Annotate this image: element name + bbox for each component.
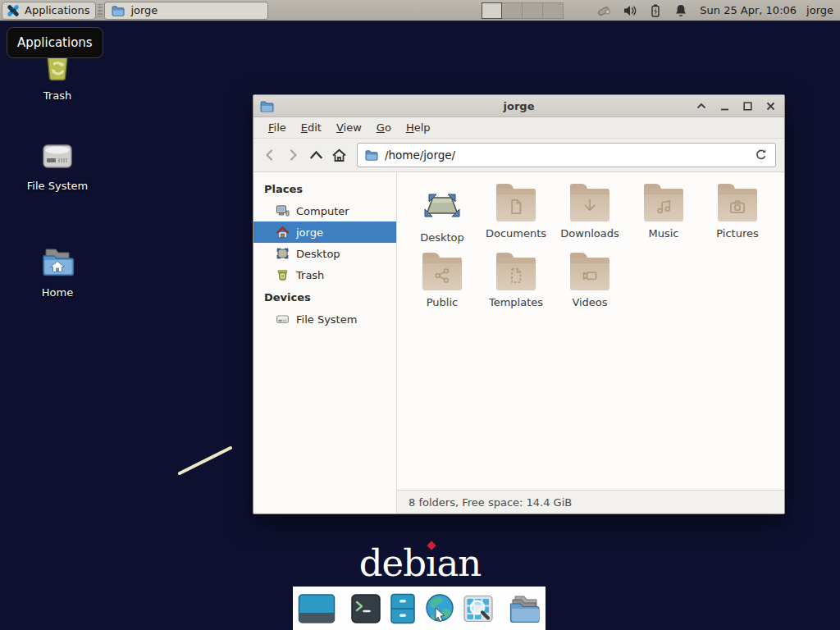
- sidebar-item-trash[interactable]: Trash: [253, 264, 396, 285]
- up-icon: [309, 148, 323, 162]
- desktop-icon-label: Home: [42, 286, 73, 299]
- folder-item-label: Documents: [486, 227, 546, 240]
- folder-item-label: Videos: [572, 296, 607, 308]
- minimize-icon: [720, 102, 729, 111]
- folder-item-label: Downloads: [560, 227, 619, 240]
- camera-icon: [727, 196, 748, 217]
- dock-app-finder-button[interactable]: [463, 593, 494, 624]
- desktop-icon-home[interactable]: Home: [16, 243, 98, 299]
- maximize-button[interactable]: [740, 98, 755, 113]
- workspace-2[interactable]: [502, 2, 523, 19]
- devices-header: Devices: [253, 285, 396, 308]
- volume-icon[interactable]: [623, 3, 637, 18]
- back-button[interactable]: [258, 144, 281, 167]
- maximize-icon: [743, 102, 752, 111]
- sidebar-item-label: Desktop: [296, 248, 340, 260]
- folder-item-pictures[interactable]: Pictures: [701, 186, 774, 244]
- menu-bar: File Edit View Go Help: [253, 117, 784, 139]
- template-icon: [505, 265, 527, 286]
- folder-icon: [112, 5, 125, 16]
- reload-icon[interactable]: [755, 148, 768, 162]
- workspace-3[interactable]: [523, 2, 543, 19]
- system-tray: [596, 3, 688, 18]
- folder-icon: [422, 258, 462, 290]
- taskbar-window-label: jorge: [130, 4, 158, 16]
- desktop-icon-label: Trash: [43, 89, 71, 102]
- sidebar-item-desktop[interactable]: Desktop: [253, 243, 396, 264]
- panel-handle[interactable]: [98, 4, 103, 17]
- drive-icon: [276, 313, 290, 326]
- debian-wallpaper-logo: debıan: [0, 541, 840, 585]
- folder-item-label: Templates: [489, 296, 543, 308]
- folder-item-label: Public: [427, 296, 458, 308]
- menu-help[interactable]: Help: [399, 119, 437, 136]
- taskbar-window-button[interactable]: jorge: [104, 2, 268, 20]
- folder-item-templates[interactable]: Templates: [479, 255, 553, 308]
- shade-button[interactable]: [694, 98, 709, 113]
- directory-menu-icon: [509, 593, 541, 624]
- menu-edit[interactable]: Edit: [294, 119, 328, 136]
- applications-menu-label: Applications: [25, 4, 89, 16]
- location-bar[interactable]: /home/jorge/: [357, 143, 776, 167]
- close-button[interactable]: [763, 98, 778, 113]
- menu-view[interactable]: View: [330, 119, 368, 136]
- battery-icon[interactable]: [648, 3, 663, 18]
- bell-icon[interactable]: [673, 3, 688, 18]
- user-home-icon: [276, 226, 290, 239]
- folder-item-videos[interactable]: Videos: [553, 255, 627, 308]
- web-browser-icon: [424, 593, 455, 624]
- home-icon: [331, 148, 347, 162]
- file-cabinet-icon: [389, 593, 417, 624]
- panel-user-menu[interactable]: jorge: [806, 4, 833, 16]
- minimize-button[interactable]: [717, 98, 732, 113]
- dock-file-manager-button[interactable]: [389, 593, 417, 624]
- folder-item-documents[interactable]: Documents: [479, 186, 553, 244]
- home-button[interactable]: [327, 144, 350, 167]
- desktop-icon: [276, 247, 290, 260]
- up-button[interactable]: [304, 144, 327, 167]
- sidebar-item-computer[interactable]: Computer: [253, 200, 396, 221]
- window-titlebar[interactable]: jorge: [253, 95, 784, 117]
- logo-i: ı: [426, 541, 436, 585]
- stylus-icon[interactable]: [596, 3, 612, 18]
- logo-part: an: [436, 541, 481, 585]
- folder-icon: [496, 258, 536, 290]
- back-icon: [263, 148, 276, 162]
- folder-item-public[interactable]: Public: [405, 255, 479, 308]
- panel-clock[interactable]: Sun 25 Apr, 10:06: [700, 4, 797, 16]
- folder-icon: [365, 149, 378, 161]
- folder-item-desktop[interactable]: Desktop: [405, 186, 479, 244]
- menu-file[interactable]: File: [262, 119, 293, 136]
- forward-button[interactable]: [281, 144, 304, 167]
- video-icon: [579, 265, 600, 286]
- terminal-icon: [350, 593, 381, 624]
- dock-directory-menu-button[interactable]: [509, 593, 541, 624]
- bottom-dock: [293, 587, 546, 630]
- share-icon: [431, 265, 453, 286]
- sidebar-item-file-system[interactable]: File System: [253, 308, 396, 330]
- desktop-icon-label: File System: [27, 180, 88, 192]
- folder-icon: [570, 189, 609, 221]
- home-folder-icon: [38, 243, 77, 282]
- dock-terminal-button[interactable]: [350, 593, 381, 624]
- dock-show-desktop-button[interactable]: [298, 593, 336, 624]
- folder-icon: [718, 189, 757, 221]
- dock-web-browser-button[interactable]: [424, 593, 455, 624]
- menu-go[interactable]: Go: [370, 119, 398, 136]
- sidebar-item-jorge[interactable]: jorge: [253, 221, 396, 243]
- close-icon: [766, 102, 775, 111]
- folder-item-label: Desktop: [420, 231, 464, 244]
- workspace-1[interactable]: [482, 2, 502, 19]
- applications-menu-button[interactable]: Applications: [2, 2, 96, 20]
- folder-item-downloads[interactable]: Downloads: [553, 186, 627, 244]
- xfce-logo-icon: [6, 3, 21, 18]
- folder-item-music[interactable]: Music: [627, 186, 701, 244]
- folder-icon: [496, 189, 536, 221]
- desktop-icon-file-system[interactable]: File System: [16, 136, 98, 192]
- app-finder-icon: [463, 593, 494, 624]
- status-bar: 8 folders, Free space: 14.4 GiB: [397, 490, 784, 514]
- location-path[interactable]: /home/jorge/: [385, 148, 748, 162]
- window-folder-icon: [260, 100, 274, 112]
- workspace-4[interactable]: [543, 2, 564, 19]
- drive-icon: [38, 136, 77, 176]
